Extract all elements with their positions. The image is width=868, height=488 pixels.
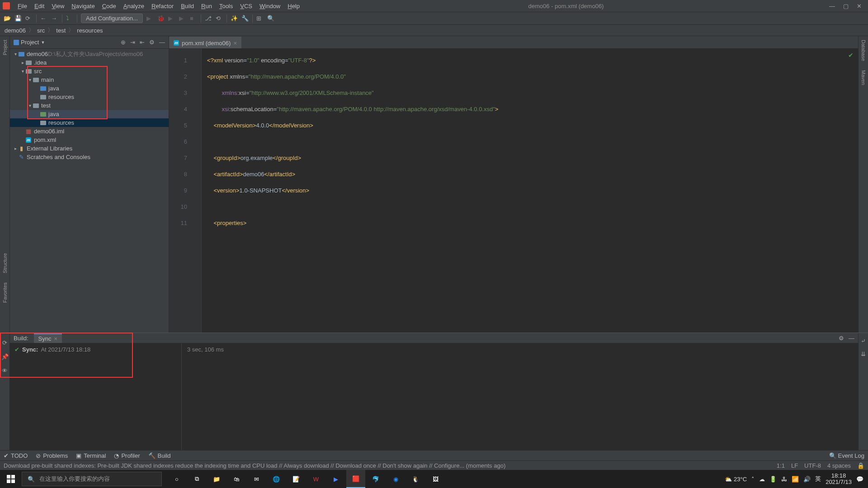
hide-icon[interactable]: — xyxy=(849,335,854,342)
start-button[interactable] xyxy=(0,475,22,483)
menu-code[interactable]: Code xyxy=(99,1,119,11)
collapse-icon[interactable]: ⇤ xyxy=(140,39,145,46)
pin-icon[interactable]: 📌 xyxy=(1,353,9,360)
breadcrumb-item[interactable]: resources xyxy=(77,27,103,34)
menu-tools[interactable]: Tools xyxy=(216,1,236,11)
run-icon[interactable]: ▶ xyxy=(146,15,154,22)
vcs-icon[interactable]: ⎇ xyxy=(205,15,212,22)
close-tab-icon[interactable]: × xyxy=(54,335,57,342)
tree-row-Scratches and Consoles[interactable]: ✎Scratches and Consoles xyxy=(10,153,169,161)
menu-vcs[interactable]: VCS xyxy=(237,1,255,11)
status-message[interactable]: Download pre-built shared indexes: Pre-b… xyxy=(4,462,505,469)
tree-row-resources[interactable]: resources xyxy=(10,93,169,101)
database-tool-tab[interactable]: Database xyxy=(861,40,866,61)
video-icon[interactable]: ▶ xyxy=(326,470,345,488)
menu-edit[interactable]: Edit xyxy=(31,1,47,11)
tree-row-pom.xml[interactable]: mpom.xml xyxy=(10,136,169,144)
locate-icon[interactable]: ⊕ xyxy=(121,39,126,46)
maven-tool-tab[interactable]: Maven xyxy=(861,70,866,85)
tree-row-src[interactable]: ▾src xyxy=(10,67,169,75)
tool-tab-terminal[interactable]: ▣Terminal xyxy=(76,452,106,459)
weather-widget[interactable]: ⛅ 23°C xyxy=(725,476,747,483)
menu-analyze[interactable]: Analyze xyxy=(120,1,147,11)
task-view-icon[interactable]: ⧉ xyxy=(187,470,206,488)
clock[interactable]: 18:18 2021/7/13 xyxy=(826,473,852,485)
editor-tab-pom[interactable]: m pom.xml (demo06) × xyxy=(169,37,241,48)
wifi-icon[interactable]: 📶 xyxy=(792,476,799,483)
intellij-icon[interactable]: 🟥 xyxy=(346,470,365,488)
project-view-selector[interactable]: Project ▼ xyxy=(14,39,45,46)
misc-icon[interactable]: ◉ xyxy=(386,470,405,488)
build-sync-tab[interactable]: Sync × xyxy=(34,333,62,343)
sync-icon[interactable]: ⟳ xyxy=(25,15,33,22)
explorer-icon[interactable]: 📁 xyxy=(207,470,226,488)
tree-row-demo06[interactable]: ▾demo06 D:\私人文件夹\JavaProjects\demo06 xyxy=(10,50,169,58)
coverage-icon[interactable]: ▶ xyxy=(168,15,175,22)
tool-tab-profiler[interactable]: ◔Profiler xyxy=(114,452,140,459)
mail-icon[interactable]: ✉ xyxy=(247,470,266,488)
stop-icon[interactable]: ■ xyxy=(190,15,197,22)
cortana-icon[interactable]: ○ xyxy=(167,470,186,488)
breadcrumb-item[interactable]: test xyxy=(56,27,66,34)
volume-icon[interactable]: 🔊 xyxy=(803,476,811,483)
back-icon[interactable]: ← xyxy=(40,15,47,22)
indent[interactable]: 4 spaces xyxy=(827,462,851,469)
notes-icon[interactable]: 📝 xyxy=(287,470,306,488)
store-icon[interactable]: 🛍 xyxy=(227,470,246,488)
build-output[interactable]: 3 sec, 106 ms xyxy=(182,343,858,450)
tool-tab-build[interactable]: 🔨Build xyxy=(148,452,171,459)
expand-icon[interactable]: ⇥ xyxy=(130,39,135,46)
close-button[interactable]: ✕ xyxy=(857,3,862,9)
network-icon[interactable]: 🖧 xyxy=(781,476,787,483)
menu-help[interactable]: Help xyxy=(284,1,303,11)
chrome-icon[interactable]: 🌐 xyxy=(267,470,286,488)
forward-icon[interactable]: → xyxy=(51,15,58,22)
view-icon[interactable]: 👁 xyxy=(2,367,8,374)
picture-icon[interactable]: 🖼 xyxy=(426,470,445,488)
ime-indicator[interactable]: 英 xyxy=(815,475,821,483)
save-icon[interactable]: 💾 xyxy=(14,15,22,22)
tray-chevron-icon[interactable]: ˄ xyxy=(751,476,755,483)
open-icon[interactable]: 📂 xyxy=(4,15,11,22)
build-tree[interactable]: ✔ Sync: At 2021/7/13 18:18 xyxy=(10,343,182,450)
tree-row-External Libraries[interactable]: ▸▮External Libraries xyxy=(10,144,169,153)
menu-refactor[interactable]: Refactor xyxy=(148,1,177,11)
gear-icon[interactable]: ⚙ xyxy=(839,335,844,342)
soft-wrap-icon[interactable]: ⤶ xyxy=(861,338,866,344)
project-tool-tab[interactable]: Project xyxy=(2,40,8,55)
build-sync-row[interactable]: ✔ Sync: At 2021/7/13 18:18 xyxy=(14,346,177,353)
inspection-ok-icon[interactable]: ✔ xyxy=(848,52,854,59)
rerun-icon[interactable]: ⟳ xyxy=(2,339,7,346)
lock-icon[interactable]: 🔒 xyxy=(857,462,864,469)
build-icon[interactable]: ⤵ xyxy=(66,15,73,22)
menu-run[interactable]: Run xyxy=(198,1,215,11)
structure-tool-tab[interactable]: Structure xyxy=(2,253,8,273)
tree-row-demo06.iml[interactable]: ▦demo06.iml xyxy=(10,127,169,136)
tool-tab-problems[interactable]: ⊘Problems xyxy=(36,452,68,459)
qq-icon[interactable]: 🐧 xyxy=(406,470,425,488)
tree-row-main[interactable]: ▾main xyxy=(10,75,169,84)
breadcrumb-item[interactable]: demo06 xyxy=(5,27,26,34)
breadcrumb-item[interactable]: src xyxy=(37,27,45,34)
line-ending[interactable]: LF xyxy=(791,462,798,469)
encoding[interactable]: UTF-8 xyxy=(804,462,821,469)
tree-row-test[interactable]: ▾test xyxy=(10,101,169,110)
menu-file[interactable]: File xyxy=(14,1,30,11)
battery-icon[interactable]: 🔋 xyxy=(769,476,777,483)
caret-position[interactable]: 1:1 xyxy=(777,462,785,469)
taskbar-search[interactable]: 🔍 在这里输入你要搜索的内容 xyxy=(22,472,162,486)
wps-icon[interactable]: W xyxy=(307,470,326,488)
maximize-button[interactable]: ▢ xyxy=(843,3,849,9)
tree-row-java[interactable]: java xyxy=(10,84,169,93)
run-config-selector[interactable]: Add Configuration... xyxy=(81,14,143,23)
scroll-icon[interactable]: ⇊ xyxy=(861,351,866,357)
project-tree[interactable]: ▾demo06 D:\私人文件夹\JavaProjects\demo06▸.id… xyxy=(10,49,169,333)
debug-icon[interactable]: 🐞 xyxy=(157,15,165,22)
reload-icon[interactable]: ⟲ xyxy=(216,15,223,22)
tool-tab-todo[interactable]: ✔TODO xyxy=(4,452,28,459)
menu-navigate[interactable]: Navigate xyxy=(68,1,98,11)
notifications-icon[interactable]: 💬 xyxy=(856,476,863,483)
dolphin-icon[interactable]: 🐬 xyxy=(366,470,385,488)
hide-icon[interactable]: — xyxy=(159,39,165,46)
event-log-tab[interactable]: 🔍 Event Log xyxy=(829,452,864,459)
